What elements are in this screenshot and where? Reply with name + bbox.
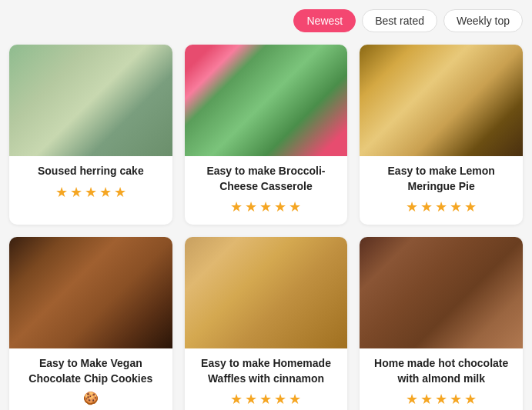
recipe-title: Easy to Make Vegan Chocolate Chip Cookie… [18,356,163,386]
star-full: ★ [420,391,433,408]
star-half: ★ [289,391,301,408]
recipe-image [360,237,523,348]
recipe-image [185,237,348,348]
star-rating: ★★★★★ [369,198,514,215]
card-body: Easy to Make Vegan Chocolate Chip Cookie… [9,348,172,410]
star-rating: ★★★★★ [369,391,514,408]
recipe-title: Easy to make Lemon Meringue Pie [369,164,514,194]
recipe-card-pie[interactable]: Easy to make Lemon Meringue Pie ★★★★★ [360,45,523,225]
page-header: Newest Best rated Weekly top [9,9,523,32]
recipe-card-chocolate[interactable]: Home made hot chocolate with almond milk… [360,237,523,410]
recipe-card-herring[interactable]: Soused herring cake ★★★★★ [9,45,172,225]
star-full: ★ [274,391,286,408]
star-full: ★ [99,184,112,201]
star-full: ★ [435,391,447,408]
star-full: ★ [70,184,82,201]
recipe-title: Soused herring cake [18,164,163,179]
star-full: ★ [230,198,243,215]
star-full: ★ [406,391,418,408]
star-full: ★ [450,391,462,408]
recipe-title: Home made hot chocolate with almond milk [369,356,514,386]
recipe-title: Easy to make Homemade Waffles with cinna… [194,356,339,386]
star-full: ★ [259,198,272,215]
sort-buttons: Newest Best rated Weekly top [293,9,523,32]
card-body: Easy to make Broccoli-Cheese Casserole ★… [185,156,348,225]
card-body: Easy to make Homemade Waffles with cinna… [185,348,348,410]
recipe-image [360,45,523,156]
recipe-image [9,45,172,156]
star-full: ★ [245,391,257,408]
recipe-card-waffles[interactable]: Easy to make Homemade Waffles with cinna… [185,237,348,410]
star-full: ★ [406,198,418,215]
star-full: ★ [464,198,477,215]
recipe-card-broccoli[interactable]: Easy to make Broccoli-Cheese Casserole ★… [185,45,348,225]
recipe-emoji: 🍪 [18,391,163,405]
sort-weekly-top-button[interactable]: Weekly top [443,9,523,32]
sort-best-rated-button[interactable]: Best rated [362,9,437,32]
card-body: Home made hot chocolate with almond milk… [360,348,523,410]
star-rating: ★★★★★ [194,198,339,215]
star-rating: ★★★★★ [18,184,163,201]
recipe-image [9,237,172,348]
sort-newest-button[interactable]: Newest [293,9,356,32]
star-full: ★ [464,391,477,408]
star-full: ★ [289,198,301,215]
star-full: ★ [55,184,68,201]
star-full: ★ [85,184,97,201]
recipe-grid: Soused herring cake ★★★★★ Easy to make B… [9,45,523,410]
star-full: ★ [259,391,272,408]
card-body: Soused herring cake ★★★★★ [9,156,172,210]
star-full: ★ [230,391,243,408]
star-full: ★ [435,198,447,215]
card-body: Easy to make Lemon Meringue Pie ★★★★★ [360,156,523,225]
star-full: ★ [450,198,462,215]
star-full: ★ [274,198,286,215]
star-full: ★ [420,198,433,215]
star-rating: ★★★★★ [194,391,339,408]
recipe-card-cookies[interactable]: Easy to Make Vegan Chocolate Chip Cookie… [9,237,172,410]
recipe-image [185,45,348,156]
recipe-title: Easy to make Broccoli-Cheese Casserole [194,164,339,194]
star-full: ★ [245,198,257,215]
star-full: ★ [114,184,126,201]
